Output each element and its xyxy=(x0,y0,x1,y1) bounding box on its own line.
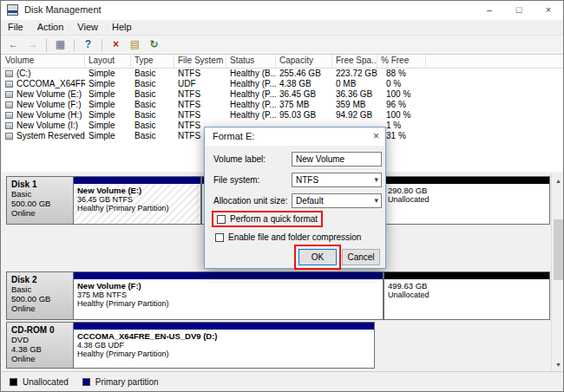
scroll-down-icon[interactable]: ▼ xyxy=(552,358,564,371)
scrollbar-thumb[interactable] xyxy=(554,219,563,280)
volume-label-label: Volume label: xyxy=(213,152,266,167)
column-header-layout[interactable]: Layout xyxy=(85,55,131,69)
legend-label: Primary partition xyxy=(95,377,159,387)
partition-detail: 4.38 GB UDF xyxy=(77,341,372,350)
toolbar-separator xyxy=(46,39,47,51)
menu-file[interactable]: File xyxy=(1,20,30,35)
cell-filler xyxy=(426,110,564,121)
cell-free-space: 36.36 GB xyxy=(332,89,377,100)
disk-size: 4.38 GB xyxy=(11,344,75,354)
cell-capacity: 95.03 GB xyxy=(276,110,332,121)
disk-type: Basic xyxy=(11,284,75,294)
primary-partition-color-swatch xyxy=(82,378,90,386)
cell-file-system: UDF xyxy=(174,79,226,89)
partition-status: Healthy (Primary Partition) xyxy=(77,350,372,358)
help-icon[interactable]: ? xyxy=(81,37,95,52)
minimize-button[interactable]: – xyxy=(475,1,504,20)
table-row[interactable]: (C:) Simple Basic NTFS Healthy (B... 255… xyxy=(2,69,564,79)
legend-label: Unallocated xyxy=(23,377,69,387)
cancel-button[interactable]: Cancel xyxy=(342,249,380,265)
allocation-unit-select[interactable]: Default ▾ xyxy=(292,193,382,208)
column-header-free-space[interactable]: Free Spa... xyxy=(332,55,377,69)
quick-format-checkbox[interactable] xyxy=(217,215,226,224)
disk2-info-box[interactable]: Disk 2 Basic 500.00 GB Online xyxy=(6,271,76,320)
cell-filler xyxy=(426,79,564,89)
forward-arrow-icon[interactable]: → xyxy=(25,37,40,52)
allocation-unit-label: Allocation unit size: xyxy=(213,193,288,208)
partition-new-volume-e[interactable]: New Volume (E:) 36.45 GB NTFS Healthy (P… xyxy=(73,176,201,225)
toolbar-separator xyxy=(102,39,102,51)
column-header-volume[interactable]: Volume xyxy=(2,55,85,69)
disk1-info-box[interactable]: Disk 1 Basic 500.00 GB Online xyxy=(6,176,76,225)
cell-status: Healthy (B... xyxy=(226,69,276,79)
menu-view[interactable]: View xyxy=(70,20,105,35)
cdrom0-info-box[interactable]: CD-ROM 0 DVD 4.38 GB Online xyxy=(6,322,76,369)
partition-detail: 375 MB NTFS xyxy=(77,291,381,299)
cell-file-system: NTFS xyxy=(174,100,226,110)
partition-dvd-d[interactable]: CCCOMA_X64FRE_EN-US_DV9 (D:) 4.38 GB UDF… xyxy=(73,322,375,369)
disk-type: Basic xyxy=(11,189,75,199)
column-header-file-system[interactable]: File System xyxy=(174,55,226,69)
column-header-capacity[interactable]: Capacity xyxy=(276,55,332,69)
unallocated-label: Unallocated xyxy=(388,195,548,204)
cell-pct-free: 100 % xyxy=(377,89,426,100)
volume-icon xyxy=(5,81,13,88)
menu-action[interactable]: Action xyxy=(30,20,71,35)
column-header-status[interactable]: Status xyxy=(226,55,276,69)
maximize-button[interactable]: □ xyxy=(504,1,534,20)
cell-type: Basic xyxy=(131,131,174,141)
disk-name: Disk 2 xyxy=(11,275,75,284)
unallocated-strip xyxy=(384,272,549,279)
format-dialog: Format E: × Volume label: File system: N… xyxy=(204,127,386,269)
cell-layout: Simple xyxy=(85,79,131,89)
volume-properties-icon[interactable]: ▤ xyxy=(128,37,142,52)
volume-name: New Volume (H:) xyxy=(16,110,82,120)
primary-partition-strip xyxy=(74,177,200,184)
compression-label: Enable file and folder compression xyxy=(228,232,361,242)
cell-capacity: 4.38 GB xyxy=(276,79,332,89)
table-row[interactable]: New Volume (H:) Simple Basic NTFS Health… xyxy=(2,110,564,121)
volume-name: (C:) xyxy=(16,69,31,78)
menu-help[interactable]: Help xyxy=(105,20,139,35)
cell-layout: Simple xyxy=(85,121,131,131)
cell-free-space: 359 MB xyxy=(332,100,377,110)
cell-status: Healthy (P... xyxy=(226,89,276,100)
volume-label-input[interactable] xyxy=(292,152,382,167)
volume-icon xyxy=(5,70,13,77)
disk-type: DVD xyxy=(11,335,75,344)
chevron-down-icon: ▾ xyxy=(374,194,378,207)
cell-type: Basic xyxy=(131,89,174,100)
compression-checkbox[interactable] xyxy=(215,233,224,242)
show-console-tree-icon[interactable]: ▦ xyxy=(53,37,68,52)
title-bar: Disk Management – □ × xyxy=(1,1,563,20)
close-button[interactable]: × xyxy=(534,1,563,20)
refresh-icon[interactable]: ↻ xyxy=(147,37,161,52)
table-row[interactable]: New Volume (F:) Simple Basic NTFS Health… xyxy=(2,100,564,110)
volume-icon xyxy=(5,91,13,98)
table-header: Volume Layout Type File System Status Ca… xyxy=(2,55,564,69)
unallocated-size: 290.80 GB xyxy=(388,186,548,195)
quick-format-label: Perform a quick format xyxy=(230,214,318,224)
unallocated-region-disk1[interactable]: 290.80 GB Unallocated xyxy=(384,176,550,225)
allocation-unit-value: Default xyxy=(296,196,324,206)
dialog-close-icon[interactable]: × xyxy=(373,129,379,143)
ok-button[interactable]: OK xyxy=(298,249,337,265)
volume-name: New Volume (I:) xyxy=(16,121,78,130)
unallocated-strip xyxy=(384,177,549,184)
scroll-up-icon[interactable]: ▲ xyxy=(552,174,564,187)
delete-volume-icon[interactable]: × xyxy=(108,37,123,52)
table-row[interactable]: CCCOMA_X64FRE... Simple Basic UDF Health… xyxy=(2,79,564,89)
disk-state: Online xyxy=(11,354,75,363)
vertical-scrollbar[interactable]: ▲ ▼ xyxy=(551,174,564,371)
disk-name: CD-ROM 0 xyxy=(11,325,75,335)
file-system-select[interactable]: NTFS ▾ xyxy=(292,173,382,187)
back-arrow-icon[interactable]: ← xyxy=(6,37,21,52)
partition-new-volume-f[interactable]: New Volume (F:) 375 MB NTFS Healthy (Pri… xyxy=(73,271,384,320)
table-row[interactable]: New Volume (E:) Simple Basic NTFS Health… xyxy=(2,89,564,100)
unallocated-region-disk2[interactable]: 499.63 GB Unallocated xyxy=(384,271,550,320)
cell-layout: Simple xyxy=(85,100,131,110)
column-header-type[interactable]: Type xyxy=(131,55,174,69)
column-header-pct-free[interactable]: % Free xyxy=(377,55,426,69)
cell-status: Healthy (P... xyxy=(226,100,276,110)
cell-capacity: 255.46 GB xyxy=(276,69,332,79)
